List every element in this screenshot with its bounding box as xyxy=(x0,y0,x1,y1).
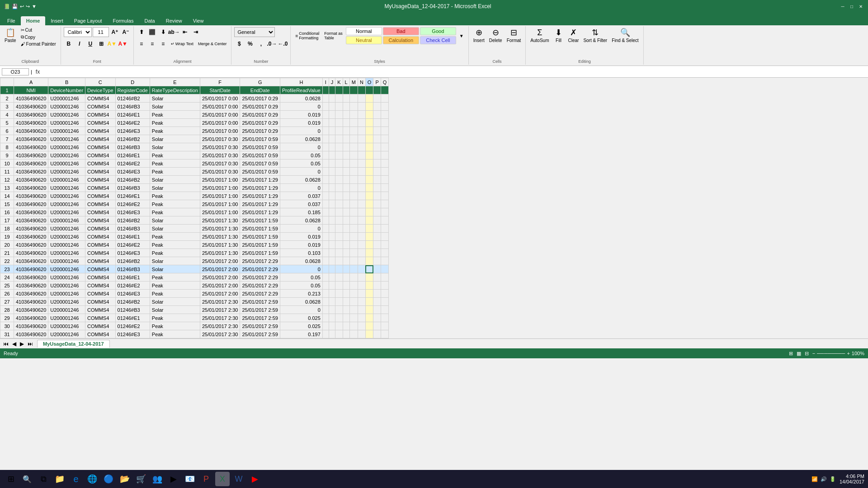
table-cell-empty[interactable] xyxy=(329,322,335,330)
table-cell-empty[interactable] xyxy=(343,127,349,135)
col-header-I[interactable]: I xyxy=(322,78,329,86)
formula-input[interactable] xyxy=(43,69,866,75)
table-cell[interactable]: 0.103 xyxy=(280,249,322,257)
table-cell[interactable]: 25/01/2017 1:59 xyxy=(240,233,280,241)
table-cell-O[interactable] xyxy=(365,208,373,216)
table-cell[interactable]: 01246#E1 xyxy=(115,111,150,119)
table-cell[interactable]: 25/01/2017 1:29 xyxy=(240,208,280,216)
table-cell[interactable]: Peak xyxy=(150,249,200,257)
table-cell[interactable]: 0.019 xyxy=(280,233,322,241)
zoom-out-button[interactable]: − xyxy=(812,351,815,356)
table-cell[interactable]: Solar xyxy=(150,265,200,273)
table-cell[interactable]: 0 xyxy=(280,184,322,192)
tab-view[interactable]: View xyxy=(188,16,209,25)
table-cell-empty[interactable] xyxy=(329,216,335,225)
table-cell-empty[interactable] xyxy=(343,151,349,160)
table-cell-empty[interactable] xyxy=(358,290,365,298)
table-cell-empty[interactable] xyxy=(373,322,381,330)
table-cell[interactable]: 0.213 xyxy=(280,290,322,298)
table-cell-empty[interactable] xyxy=(358,151,365,160)
table-cell[interactable]: 0 xyxy=(280,168,322,176)
table-cell[interactable]: 01246#E3 xyxy=(115,290,150,298)
table-cell-empty[interactable] xyxy=(329,225,335,233)
table-cell-empty[interactable] xyxy=(358,225,365,233)
table-cell[interactable]: 01246#B2 xyxy=(115,298,150,306)
table-cell[interactable]: 25/01/2017 0:59 xyxy=(240,151,280,160)
insert-button[interactable]: ⊕ Insert xyxy=(472,27,486,44)
table-cell[interactable]: COMMS4 xyxy=(85,103,115,111)
table-cell[interactable]: COMMS4 xyxy=(85,225,115,233)
style-good[interactable]: Good xyxy=(420,27,456,35)
col-header-O[interactable]: O xyxy=(365,78,373,86)
table-cell[interactable]: 0 xyxy=(280,143,322,151)
col-header-C[interactable]: C xyxy=(85,78,115,86)
table-cell-empty[interactable] xyxy=(329,168,335,176)
table-cell-empty[interactable] xyxy=(349,233,358,241)
table-cell-empty[interactable] xyxy=(329,249,335,257)
table-cell[interactable]: 25/01/2017 1:29 xyxy=(240,184,280,192)
cell-reference-box[interactable] xyxy=(2,68,29,75)
minimize-button[interactable]: ─ xyxy=(839,3,846,10)
wrap-text-button[interactable]: ↵ Wrap Text xyxy=(169,41,195,47)
table-cell[interactable]: 01246#B3 xyxy=(115,143,150,151)
align-left-button[interactable]: ≡ xyxy=(137,39,146,49)
table-cell-empty[interactable] xyxy=(329,282,335,290)
table-cell[interactable]: U200001246 xyxy=(48,176,85,184)
col-header-M[interactable]: M xyxy=(349,78,358,86)
table-cell-empty[interactable] xyxy=(335,314,343,322)
table-cell-empty[interactable] xyxy=(373,200,381,208)
table-cell[interactable]: 0 xyxy=(280,225,322,233)
table-cell[interactable]: 25/01/2017 1:00 xyxy=(200,208,240,216)
sheet-nav-first[interactable]: ⏮ xyxy=(2,341,10,347)
table-cell[interactable]: U200001246 xyxy=(48,200,85,208)
table-cell[interactable]: 01246#B3 xyxy=(115,184,150,192)
copy-button[interactable]: ⧉ Copy xyxy=(19,34,58,40)
table-cell-empty[interactable] xyxy=(358,94,365,103)
style-calculation[interactable]: Calculation xyxy=(383,36,419,44)
table-cell[interactable]: 25/01/2017 1:30 xyxy=(200,249,240,257)
table-cell[interactable]: COMMS4 xyxy=(85,273,115,282)
table-cell-empty[interactable] xyxy=(373,143,381,151)
zoom-slider[interactable]: ──────── xyxy=(817,351,845,356)
table-cell-empty[interactable] xyxy=(373,94,381,103)
table-cell-empty[interactable] xyxy=(343,135,349,143)
table-cell[interactable]: 41036490620 xyxy=(14,208,48,216)
table-cell-empty[interactable] xyxy=(343,322,349,330)
table-cell-empty[interactable] xyxy=(381,176,389,184)
table-cell[interactable]: 25/01/2017 1:00 xyxy=(200,200,240,208)
col-header-H[interactable]: H xyxy=(280,78,322,86)
table-cell[interactable]: COMMS4 xyxy=(85,290,115,298)
table-cell[interactable]: Solar xyxy=(150,306,200,314)
align-middle-button[interactable]: ⬛ xyxy=(147,27,157,37)
table-cell-empty[interactable] xyxy=(335,290,343,298)
table-cell-empty[interactable] xyxy=(373,151,381,160)
table-cell-O[interactable] xyxy=(365,314,373,322)
table-cell-empty[interactable] xyxy=(335,330,343,338)
border-button[interactable]: ⊞ xyxy=(96,39,106,49)
table-cell-empty[interactable] xyxy=(329,208,335,216)
table-cell-empty[interactable] xyxy=(349,192,358,200)
table-cell-empty[interactable] xyxy=(322,168,329,176)
table-cell-O[interactable] xyxy=(365,290,373,298)
table-cell[interactable]: 25/01/2017 2:00 xyxy=(200,273,240,282)
table-cell[interactable]: COMMS4 xyxy=(85,160,115,168)
table-cell-empty[interactable] xyxy=(349,330,358,338)
table-cell[interactable]: 25/01/2017 2:59 xyxy=(240,322,280,330)
table-cell-O[interactable] xyxy=(365,200,373,208)
table-cell[interactable]: U200001246 xyxy=(48,257,85,265)
underline-button[interactable]: U xyxy=(85,39,95,49)
table-cell-empty[interactable] xyxy=(335,184,343,192)
tab-data[interactable]: Data xyxy=(139,16,160,25)
table-cell[interactable]: 41036490620 xyxy=(14,160,48,168)
table-cell-empty[interactable] xyxy=(381,298,389,306)
table-cell-O[interactable] xyxy=(365,306,373,314)
table-cell[interactable]: 25/01/2017 0:29 xyxy=(240,111,280,119)
table-cell-O[interactable] xyxy=(365,184,373,192)
table-cell-empty[interactable] xyxy=(343,314,349,322)
table-cell-empty[interactable] xyxy=(373,265,381,273)
table-cell[interactable]: 41036490620 xyxy=(14,265,48,273)
table-cell-O[interactable] xyxy=(365,192,373,200)
table-cell[interactable]: 0.05 xyxy=(280,160,322,168)
table-cell[interactable]: 01246#E3 xyxy=(115,330,150,338)
tab-file[interactable]: File xyxy=(2,16,21,25)
